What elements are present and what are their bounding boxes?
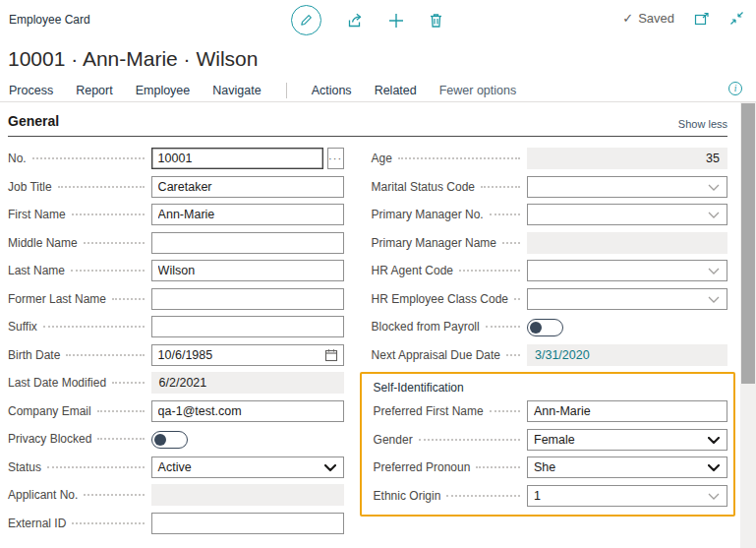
last-name-label: Last Name: [8, 264, 68, 277]
primary-manager-name-label: Primary Manager Name: [372, 236, 499, 250]
dotted-leader: [97, 438, 144, 440]
chevron-down-icon: [708, 268, 720, 275]
field-preferred-first-name: Preferred First Name: [374, 400, 727, 422]
primary-manager-name-value: [527, 232, 727, 254]
self-identification-group: Self-Identification Preferred First Name…: [360, 372, 735, 517]
hr-employee-class-code-label: HR Employee Class Code: [372, 292, 511, 306]
hr-agent-code-lookup[interactable]: [527, 260, 727, 281]
primary-manager-no-lookup[interactable]: [527, 204, 727, 225]
chevron-down-icon: [708, 212, 720, 219]
suffix-input[interactable]: [151, 316, 344, 337]
field-last-date-modified: Last Date Modified 6/2/2021: [8, 372, 344, 394]
field-birth-date: Birth Date: [8, 344, 344, 366]
hr-agent-code-label: HR Agent Code: [372, 264, 456, 277]
job-title-input[interactable]: [151, 176, 344, 198]
field-primary-manager-no: Primary Manager No.: [372, 204, 727, 225]
edit-icon[interactable]: [291, 5, 321, 35]
status-select[interactable]: Active: [151, 457, 344, 478]
dotted-leader: [43, 326, 145, 328]
privacy-blocked-label: Privacy Blocked: [8, 432, 94, 446]
toggle-knob: [154, 434, 166, 446]
chevron-down-icon: [324, 464, 336, 472]
menu-divider: [286, 83, 287, 98]
preferred-pronoun-select[interactable]: She: [527, 457, 727, 478]
middle-name-input[interactable]: [151, 232, 344, 254]
dotted-leader: [71, 270, 145, 272]
scrollbar-thumb[interactable]: [741, 103, 755, 384]
field-ethnic-origin: Ethnic Origin 1: [374, 485, 727, 507]
last-date-modified-value: 6/2/2021: [151, 372, 344, 394]
no-input[interactable]: [151, 148, 323, 169]
save-status: ✓ Saved: [622, 11, 674, 26]
assist-edit-button[interactable]: ···: [327, 148, 344, 169]
age-label: Age: [372, 152, 395, 165]
field-blocked-from-payroll: Blocked from Payroll: [372, 316, 727, 337]
calendar-icon[interactable]: [324, 348, 338, 362]
dotted-leader: [32, 157, 145, 159]
collapse-icon[interactable]: [729, 11, 744, 26]
chevron-down-icon: [708, 296, 720, 304]
delete-icon[interactable]: [429, 13, 443, 29]
job-title-label: Job Title: [8, 180, 55, 194]
window-controls: ✓ Saved: [622, 11, 744, 26]
dotted-leader: [446, 495, 520, 497]
field-next-appraisal-due-date: Next Appraisal Due Date 3/31/2020: [372, 344, 727, 366]
field-preferred-pronoun: Preferred Pronoun She: [374, 457, 727, 478]
menu-navigate[interactable]: Navigate: [212, 84, 261, 97]
hr-employee-class-code-lookup[interactable]: [527, 288, 727, 310]
pencil-icon: [299, 13, 314, 28]
new-icon[interactable]: [388, 13, 404, 29]
birth-date-input[interactable]: [151, 344, 344, 366]
menu-employee[interactable]: Employee: [136, 84, 191, 97]
dotted-leader: [58, 186, 145, 188]
last-date-modified-label: Last Date Modified: [8, 376, 109, 390]
company-email-input[interactable]: [151, 400, 344, 422]
open-in-new-window-icon[interactable]: [694, 12, 710, 26]
menu-process[interactable]: Process: [9, 84, 53, 97]
field-no: No. ···: [8, 148, 344, 169]
dotted-leader: [459, 270, 520, 272]
dotted-leader: [398, 157, 520, 159]
marital-status-code-label: Marital Status Code: [372, 180, 478, 194]
field-external-id: External ID: [8, 513, 344, 534]
share-icon[interactable]: [346, 12, 364, 29]
field-applicant-no: Applicant No.: [8, 484, 344, 506]
dotted-leader: [486, 326, 520, 328]
saved-label: Saved: [638, 11, 674, 26]
next-appraisal-due-date-value[interactable]: 3/31/2020: [527, 344, 727, 366]
preferred-first-name-input[interactable]: [527, 400, 727, 422]
general-section-title[interactable]: General: [8, 113, 59, 129]
field-hr-agent-code: HR Agent Code: [372, 260, 727, 281]
preferred-pronoun-label: Preferred Pronoun: [374, 460, 474, 474]
right-column: Age 35 Marital Status Code Primary Manag…: [372, 148, 727, 540]
field-last-name: Last Name: [8, 260, 344, 281]
menu-related[interactable]: Related: [375, 84, 417, 97]
menu-report[interactable]: Report: [76, 84, 113, 97]
first-name-input[interactable]: [151, 204, 344, 225]
ethnic-origin-label: Ethnic Origin: [374, 489, 444, 503]
external-id-input[interactable]: [151, 513, 344, 534]
privacy-blocked-toggle[interactable]: [151, 431, 188, 449]
dotted-leader: [112, 298, 145, 300]
ethnic-origin-lookup[interactable]: 1: [527, 485, 727, 507]
blocked-from-payroll-label: Blocked from Payroll: [372, 320, 483, 334]
field-primary-manager-name: Primary Manager Name: [372, 232, 727, 254]
dotted-leader: [72, 213, 145, 215]
field-first-name: First Name: [8, 204, 344, 225]
show-less-link[interactable]: Show less: [678, 118, 727, 130]
info-icon[interactable]: i: [728, 82, 742, 95]
last-name-input[interactable]: [151, 260, 344, 281]
former-last-name-input[interactable]: [151, 288, 344, 310]
no-label: No.: [8, 152, 29, 165]
gender-select[interactable]: Female: [527, 429, 727, 451]
marital-status-code-lookup[interactable]: [527, 176, 727, 198]
dotted-leader: [476, 466, 520, 468]
next-appraisal-due-date-label: Next Appraisal Due Date: [372, 348, 503, 362]
blocked-from-payroll-toggle[interactable]: [527, 319, 563, 336]
field-job-title: Job Title: [8, 176, 344, 198]
dotted-leader: [502, 242, 520, 244]
chevron-down-icon: [708, 437, 720, 445]
menu-actions[interactable]: Actions: [312, 84, 352, 97]
vertical-scrollbar[interactable]: [740, 102, 756, 548]
fewer-options-link[interactable]: Fewer options: [439, 84, 517, 97]
